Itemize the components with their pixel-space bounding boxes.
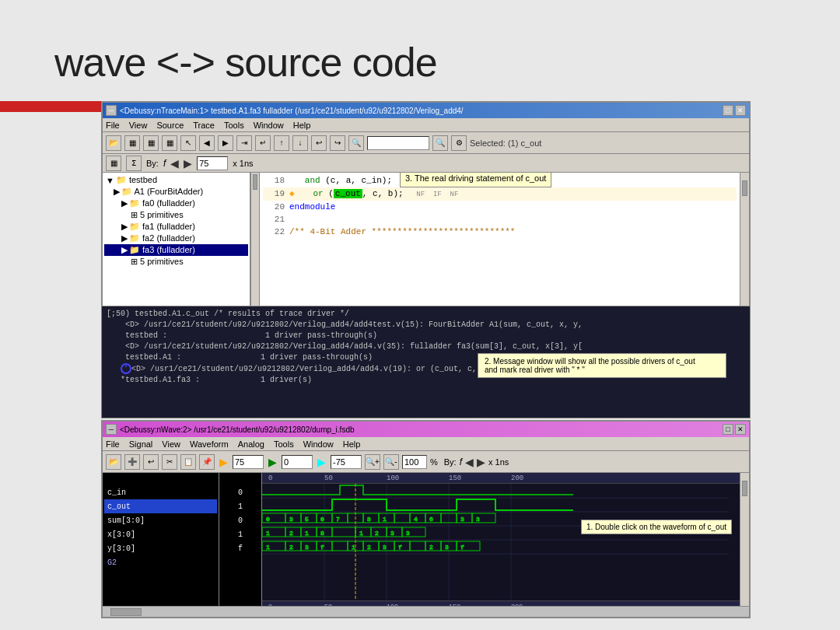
wave-tb-cut[interactable]: ✂ [162,454,177,470]
svg-text:f: f [320,544,324,551]
wave-menu-file[interactable]: File [106,439,120,449]
tree-fa1[interactable]: ▶📁 fa1 (fulladder) [104,221,248,233]
ruler-150: 150 [449,474,461,482]
cursor2-input[interactable] [282,455,313,469]
wave-tb-undo[interactable]: ↩ [143,454,159,470]
zoom-in-btn[interactable]: 🔍+ [365,454,380,470]
grid3-btn[interactable]: ▦ [162,135,177,151]
source-window-titlebar: ─ <Debussy:nTraceMain:1> testbed.A1.fa3 … [103,103,749,118]
menu-source[interactable]: Source [156,121,184,130]
wave-menu-window[interactable]: Window [303,439,334,449]
val-sum: 0 [221,513,260,527]
wave-vscrollbar[interactable] [740,473,749,606]
svg-rect-34 [301,527,317,537]
wave-nav-left[interactable]: ◀ [465,456,474,468]
window-close-btn[interactable]: ✕ [735,105,746,116]
wave-menu-waveform[interactable]: Waveform [190,439,229,449]
grid2-btn[interactable]: ▦ [143,135,159,151]
wave-tb-open[interactable]: 📂 [106,454,121,470]
tree-fa3[interactable]: ▶📁 fa3 (fulladder) [104,244,248,256]
menu-help[interactable]: Help [293,121,311,130]
svg-text:3: 3 [390,530,394,537]
svg-text:2: 2 [429,544,433,551]
menu-tools[interactable]: Tools [224,121,244,130]
signal-x[interactable]: x[3:0] [104,527,217,541]
search2-btn[interactable]: ⚙ [451,135,467,151]
pointer-btn[interactable]: ↖ [180,135,196,151]
val-c_in: 0 [221,485,260,499]
time-unit: x 1ns [233,159,253,168]
wave-restore-btn[interactable]: □ [723,424,733,435]
open-btn[interactable]: 📂 [106,135,121,151]
delta-input[interactable] [331,455,362,469]
svg-text:2: 2 [375,530,379,537]
wave-hscrollbar[interactable] [103,606,749,617]
svg-rect-9 [301,513,317,523]
svg-text:2: 2 [289,530,293,537]
wave-menu-help[interactable]: Help [343,439,361,449]
bottom-ruler-100: 100 [387,603,398,607]
zoom-out-btn[interactable]: 🔍- [383,454,399,470]
nav-right-btn[interactable]: ▶ [184,157,192,170]
signal-c_in[interactable]: c_in [104,485,217,499]
menu-window[interactable]: Window [254,121,284,130]
jump-btn[interactable]: ⇥ [236,135,252,151]
step-btn[interactable]: ↵ [255,135,271,151]
cursor1-input[interactable] [233,455,264,469]
font-icon: f [163,158,166,169]
search-input[interactable] [367,136,429,150]
wave-close-btn[interactable]: ✕ [735,424,746,435]
wave-ruler: 0 50 100 150 200 [262,473,740,484]
svg-rect-26 [457,513,472,523]
zoom-input[interactable] [402,455,427,469]
window-restore-btn[interactable]: □ [723,105,733,116]
wave-tb-add[interactable]: ➕ [124,454,140,470]
tree-fa0[interactable]: ▶📁 fa0 (fulladder) [104,198,248,209]
time-input[interactable] [197,156,228,170]
undo-btn[interactable]: ↩ [311,135,327,151]
tb2-btn1[interactable]: ▦ [106,156,121,171]
wave-minimize-btn[interactable]: ─ [106,424,117,435]
wave-menu-tools[interactable]: Tools [274,439,294,449]
menu-view[interactable]: View [129,121,148,130]
tree-fa0-prim: ⊞ 5 primitives [104,209,248,221]
wave-nav-right[interactable]: ▶ [477,456,485,468]
wave-menu-analog[interactable]: Analog [238,439,264,449]
tb2-btn2[interactable]: Ʃ [126,156,142,171]
signal-values: 0 1 0 1 f [219,473,262,606]
signal-g2[interactable]: G2 [104,555,217,569]
menu-trace[interactable]: Trace [193,121,215,130]
search-go-btn[interactable]: 🔍 [432,135,448,151]
window-minimize-btn[interactable]: ─ [106,105,117,116]
trace-marker: * [121,363,131,374]
signal-c_out[interactable]: c_out [104,499,217,513]
forward-btn[interactable]: ▶ [218,135,233,151]
wave-display: 0 50 100 150 200 [262,473,740,606]
signal-y[interactable]: y[3:0] [104,541,217,555]
wave-unit: x 1ns [488,457,509,467]
tree-a1[interactable]: ▶📁 A1 (FourBitAdder) [104,186,248,198]
find-btn[interactable]: 🔍 [348,135,364,151]
svg-text:2: 2 [289,544,293,551]
nav-left-btn[interactable]: ◀ [170,157,179,170]
tree-testbed[interactable]: ▼📁 testbed [104,174,248,186]
code-line-22: 22 /** 4-Bit Adder *********************… [263,226,737,238]
wave-menu-view[interactable]: View [162,439,180,449]
wave-tb-copy[interactable]: 📋 [180,454,196,470]
redo-btn[interactable]: ↪ [330,135,345,151]
svg-rect-43 [387,527,402,537]
svg-rect-62 [394,541,410,551]
grid-btn[interactable]: ▦ [124,135,140,151]
svg-rect-41 [371,527,387,537]
tree-fa2[interactable]: ▶📁 fa2 (fulladder) [104,233,248,244]
svg-text:f: f [460,544,464,551]
trace-panel: [;50) testbed.A1.c_out /* results of tra… [101,306,751,418]
down-btn[interactable]: ↓ [292,135,308,151]
wave-tb-paste[interactable]: 📌 [199,454,215,470]
menu-file[interactable]: File [106,121,120,130]
signal-sum[interactable]: sum[3:0] [104,513,217,527]
up-btn[interactable]: ↑ [274,135,289,151]
wave-menu-signal[interactable]: Signal [129,439,153,449]
line-num-19: 19 [263,187,285,200]
back-btn[interactable]: ◀ [199,135,215,151]
